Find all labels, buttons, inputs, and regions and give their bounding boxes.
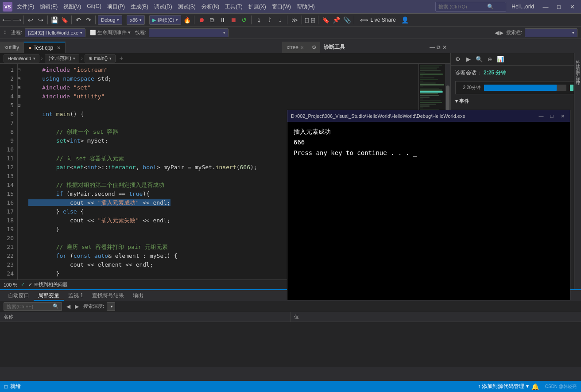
rs-tab-5[interactable]: 点 <box>574 69 581 72</box>
close-tab-icon[interactable]: ✕ <box>57 45 61 51</box>
locals-next-icon[interactable]: ▶ <box>73 303 81 310</box>
console-content: 插入元素成功 666 Press any key to continue . .… <box>287 122 570 300</box>
menu-ext[interactable]: 扩展(X) <box>246 2 269 12</box>
thread-dropdown[interactable]: ▾ <box>149 28 229 37</box>
stop-icon[interactable]: ⏹ <box>229 15 238 25</box>
menu-view[interactable]: 视图(V) <box>61 2 84 12</box>
breadcrumb-item-scope[interactable]: (全局范围) ▾ <box>45 54 79 62</box>
rs-tab-7[interactable]: 理 <box>574 76 581 79</box>
rs-tab-4[interactable]: 断 <box>574 66 581 68</box>
menu-tools[interactable]: 工具(T) <box>222 2 245 12</box>
platform-dropdown[interactable]: x86 ▾ <box>127 15 145 25</box>
diag-zoom-in-icon[interactable]: 🔍 <box>475 55 484 64</box>
toolbar-user-icon[interactable]: 👤 <box>400 15 410 25</box>
search-box[interactable]: 🔍 <box>435 2 506 12</box>
forward-icon[interactable]: ⟶ <box>12 15 22 25</box>
toolbar-dots[interactable]: ≫ <box>290 15 299 25</box>
toolbar-align[interactable]: ⌸ <box>304 17 310 23</box>
menu-debug[interactable]: 调试(D) <box>151 2 175 12</box>
maximize-button[interactable]: □ <box>553 2 565 12</box>
continue-dropdown[interactable]: ▶ 继续(C) ▾ <box>149 15 181 25</box>
menu-help[interactable]: 帮助(H) <box>294 2 318 12</box>
save-icon[interactable]: 💾 <box>50 15 59 25</box>
back-icon[interactable]: ⟵ <box>2 15 12 25</box>
process-dropdown[interactable]: [22492] HelloWorld.exe ▾ <box>25 28 85 37</box>
locals-prev-icon[interactable]: ◀ <box>65 303 72 310</box>
debug-back-icon[interactable]: ◀ <box>495 30 499 36</box>
notification-bell-icon[interactable]: 🔔 <box>531 383 539 390</box>
lifecycle-button[interactable]: ⬜ 生命周期事件 ▾ <box>88 28 132 37</box>
rs-tab-3[interactable]: 划 <box>574 62 581 65</box>
bottom-tab-findsym[interactable]: 查找符号结果 <box>88 291 128 301</box>
menu-test[interactable]: 测试(S) <box>175 2 198 12</box>
console-close-btn[interactable]: ✕ <box>558 112 566 120</box>
menu-build[interactable]: 生成(B) <box>128 2 151 12</box>
close-xtree-icon[interactable]: ✕ <box>300 45 304 50</box>
gear-button[interactable]: ⚙ <box>308 42 320 53</box>
flame-icon[interactable]: 🔥 <box>182 15 192 25</box>
tab-test-cpp[interactable]: ● Test.cpp ✕ <box>23 42 66 53</box>
locals-search-input[interactable] <box>7 304 51 309</box>
menu-git[interactable]: Git(G) <box>84 2 104 12</box>
debug-search[interactable]: ▾ <box>525 28 577 37</box>
undo2-icon[interactable]: ↶ <box>74 15 83 25</box>
bottom-tab-locals[interactable]: 局部变量 <box>34 291 64 301</box>
diag-panel-tab: 诊断工具 — ⧉ ✕ <box>320 42 450 53</box>
diag-play-icon[interactable]: ▶ <box>464 55 473 64</box>
bottom-tab-output[interactable]: 输出 <box>128 291 148 301</box>
bookmark2-icon[interactable]: 📌 <box>331 15 341 25</box>
config-dropdown-arrow: ▾ <box>117 18 119 22</box>
restart-icon[interactable]: ↺ <box>239 15 249 25</box>
menu-file[interactable]: 文件(F) <box>14 2 37 12</box>
menu-edit[interactable]: 编辑(E) <box>37 2 60 12</box>
diag-minimize-icon[interactable]: — <box>430 44 435 50</box>
menu-project[interactable]: 项目(P) <box>105 2 128 12</box>
bookmark3-icon[interactable]: 📎 <box>342 15 352 25</box>
diag-float-icon[interactable]: ⧉ <box>437 44 441 50</box>
pause-icon[interactable]: ⏸ <box>218 15 228 25</box>
step-back-icon[interactable]: ⤴ <box>264 15 274 25</box>
step-over-icon[interactable]: ⤵ <box>254 15 263 25</box>
tab-xtree[interactable]: xtree ✕ <box>282 42 308 53</box>
debug-nav-buttons: ◀ ▶ <box>495 30 504 36</box>
menu-analyze[interactable]: 分析(N) <box>199 2 222 12</box>
breadcrumb-item-file[interactable]: HelloWorld ▾ <box>4 54 39 62</box>
breadcrumb-sep2: › <box>81 55 83 62</box>
diag-settings-icon[interactable]: ⚙ <box>453 55 462 64</box>
console-minimize-btn[interactable]: — <box>537 112 545 120</box>
add-to-vcs-button[interactable]: ↑ 添加到源代码管理 ▾ <box>478 383 529 390</box>
config-dropdown[interactable]: Debug ▾ <box>98 15 122 25</box>
redo2-icon[interactable]: ↷ <box>84 15 93 25</box>
diag-zoom-out-icon[interactable]: ⊖ <box>485 55 494 64</box>
bottom-tab-watch[interactable]: 监视 1 <box>64 291 88 301</box>
toolbar-align2[interactable]: ⌹ <box>310 17 316 23</box>
menu-window[interactable]: 窗口(W) <box>269 2 294 12</box>
record-icon[interactable]: ⏺ <box>197 15 206 25</box>
step-into-icon[interactable]: ↓ <box>275 15 285 25</box>
save-all-icon[interactable]: 🔖 <box>60 15 70 25</box>
rs-tab-6[interactable]: 处 <box>574 73 581 75</box>
bookmark-icon[interactable]: 🔖 <box>321 15 330 25</box>
undo-icon[interactable]: ↩ <box>26 15 35 25</box>
locals-search-box[interactable]: 🔍 <box>4 302 62 311</box>
rs-tab-1[interactable]: 将 <box>574 55 581 58</box>
console-maximize-btn[interactable]: □ <box>548 112 556 120</box>
redo-icon[interactable]: ↪ <box>36 15 46 25</box>
search-input[interactable] <box>438 4 487 9</box>
breadcrumb-add[interactable]: + <box>117 54 125 62</box>
live-share-button[interactable]: ⟺ Live Share <box>356 16 399 24</box>
debug-forward-icon[interactable]: ▶ <box>500 30 504 36</box>
toolbar-btn-1[interactable]: ⧉ <box>207 15 217 25</box>
minimize-button[interactable]: — <box>539 2 552 12</box>
diag-chart-icon[interactable]: 📊 <box>496 55 505 64</box>
line-numbers: 12345 678910 1112131415 1617181920 21222… <box>0 64 18 279</box>
diag-close-icon[interactable]: ✕ <box>442 44 447 50</box>
debug-search-input[interactable] <box>528 30 572 35</box>
close-button[interactable]: ✕ <box>566 2 578 12</box>
depth-dropdown[interactable]: ▾ <box>107 302 115 311</box>
breadcrumb-item-func[interactable]: ⊕ main() ▾ <box>85 54 116 62</box>
code-line: #include "iostream" <box>28 66 418 74</box>
rs-tab-2[interactable]: 计 <box>574 58 581 61</box>
bottom-tab-autownd[interactable]: 自动窗口 <box>4 291 34 301</box>
tab-xutility[interactable]: xutility <box>0 42 23 53</box>
